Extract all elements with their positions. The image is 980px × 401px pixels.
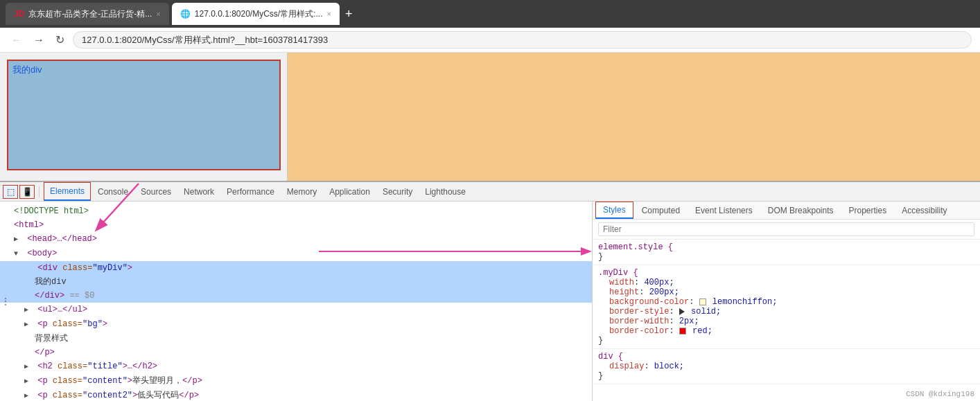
styles-tab-accessibility[interactable]: Accessibility (895, 202, 954, 219)
css-border-color: border-color: red; (598, 326, 974, 336)
border-style-triangle (679, 308, 685, 315)
border-color-swatch (679, 328, 686, 335)
dom-head[interactable]: ▶ <head>…</head> (0, 232, 592, 247)
div-selector: div { (598, 352, 974, 362)
forward-button[interactable]: → (30, 31, 47, 49)
dom-mydiv-open[interactable]: <div class="myDiv"> (0, 261, 592, 275)
p2-arrow: ▶ (24, 390, 33, 401)
watermark-text: CSDN @kdxing198 (906, 390, 974, 398)
p-class-attr: class= (53, 319, 82, 329)
dom-html[interactable]: <html> (0, 218, 592, 232)
preview-right (288, 53, 980, 181)
doctype-text: <!DOCTYPE html> (14, 206, 89, 216)
address-bar: ← → ↻ (0, 28, 980, 53)
p-class-value: "bg" (82, 319, 103, 329)
new-tab-button[interactable]: + (342, 4, 356, 24)
element-style-selector: element.style { (598, 242, 974, 252)
div-close-tag: </div> (35, 291, 64, 301)
tab-console[interactable]: Console (92, 182, 134, 201)
styles-tab-event-listeners[interactable]: Event Listeners (688, 202, 760, 219)
div-close: } (598, 371, 974, 381)
p2-close: </p> (179, 391, 199, 400)
my-div-inner-text: 我的div (35, 277, 67, 287)
p1-arrow: ▶ (24, 375, 33, 388)
devtools-panel: ⬚ 📱 Elements Console Sources Network Per… (0, 181, 980, 401)
tab-jd[interactable]: JD 京东超市-品类齐全-正品行货-精... × (6, 3, 169, 25)
p2-text: 低头写代码 (137, 391, 179, 400)
css-display: display: block; (598, 362, 974, 371)
device-icon: 📱 (22, 187, 33, 197)
tab-close-local[interactable]: × (327, 10, 331, 18)
tab-lighthouse[interactable]: Lighthouse (419, 182, 471, 201)
tab-performance[interactable]: Performance (221, 182, 280, 201)
styles-tab-dom-breakpoints[interactable]: DOM Breakpoints (761, 202, 841, 219)
body-tag: <body> (27, 249, 57, 258)
css-width: width: 400px; (598, 278, 974, 287)
dom-h2[interactable]: ▶ <h2 class="title">…</h2> (0, 359, 592, 374)
h2-tag: <h2 (37, 362, 58, 371)
tab-local-label: 127.0.0.1:8020/MyCss/常用样式:... (195, 8, 323, 20)
mydiv-close: } (598, 336, 974, 346)
tab-network[interactable]: Network (178, 182, 220, 201)
styles-tab-properties[interactable]: Properties (841, 202, 893, 219)
css-border-width: border-width: 2px; (598, 317, 974, 326)
styles-tab-computed[interactable]: Computed (635, 202, 687, 219)
p1-tag: <p (37, 376, 53, 386)
bg-text: 背景样式 (35, 334, 68, 344)
dom-p-close: </p> (0, 346, 592, 359)
mydiv-selector: .myDiv { (598, 268, 974, 278)
inspector-button[interactable]: ⬚ (3, 185, 18, 199)
my-div-text: 我的div (12, 64, 42, 76)
dom-p-content2[interactable]: ▶ <p class="content2">低头写代码</p> (0, 389, 592, 401)
refresh-button[interactable]: ↻ (53, 30, 67, 49)
my-div-element: 我的div (7, 60, 281, 170)
dom-options-icon[interactable]: ⋮ (1, 296, 10, 307)
dom-body-open[interactable]: ▼ <body> (0, 247, 592, 261)
css-rule-element-style: element.style { } (593, 240, 980, 265)
jd-icon: JD (14, 9, 24, 19)
html-tag: <html> (14, 220, 44, 230)
body-arrow: ▼ (14, 248, 22, 260)
devtools-toolbar: ⬚ 📱 Elements Console Sources Network Per… (0, 182, 980, 202)
filter-input[interactable] (598, 222, 974, 236)
dom-p-bg[interactable]: ▶ <p class="bg"> (0, 317, 592, 332)
dom-bg-text: 背景样式 (0, 332, 592, 346)
device-toolbar-button[interactable]: 📱 (19, 185, 35, 199)
p2-tag: <p (37, 391, 53, 400)
p2-class-attr: class= (53, 391, 82, 400)
address-input[interactable] (73, 31, 972, 48)
tab-bar: JD 京东超市-品类齐全-正品行货-精... × 🌐 127.0.0.1:802… (6, 3, 974, 25)
inspector-icon: ⬚ (7, 187, 15, 197)
dom-ul[interactable]: ▶ <ul>…</ul> (0, 303, 592, 317)
styles-tab-styles[interactable]: Styles (595, 202, 633, 219)
tab-security[interactable]: Security (377, 182, 418, 201)
head-arrow: ▶ (14, 233, 22, 246)
p1-class-attr: class= (53, 376, 82, 386)
p-close-tag: </p> (35, 348, 55, 357)
dom-mydiv-close: </div> == $0 (0, 289, 592, 303)
div-close-bracket: > (128, 263, 132, 273)
dom-panel[interactable]: ⋮ <!DOCTYPE html> <html> ▶ <head>…</head… (0, 202, 593, 401)
p-bg-arrow: ▶ (24, 319, 33, 331)
tab-memory[interactable]: Memory (281, 182, 322, 201)
tab-sources[interactable]: Sources (135, 182, 177, 201)
globe-icon: 🌐 (180, 9, 191, 19)
p1-close: </p> (182, 376, 202, 386)
class-attr: class= (62, 263, 92, 273)
ul-arrow: ▶ (24, 304, 33, 317)
h2-class-value: "title" (87, 362, 122, 371)
p1-text: 举头望明月， (132, 376, 182, 386)
css-height: height: 200px; (598, 287, 974, 297)
h2-arrow: ▶ (24, 361, 33, 373)
tab-close-jd[interactable]: × (156, 10, 160, 18)
back-button[interactable]: ← (8, 31, 25, 49)
browser-chrome: JD 京东超市-品类齐全-正品行货-精... × 🌐 127.0.0.1:802… (0, 0, 980, 28)
h2-class-attr: class= (58, 362, 87, 371)
tab-application[interactable]: Application (324, 182, 376, 201)
element-style-close: } (598, 252, 974, 262)
tab-elements[interactable]: Elements (44, 182, 91, 201)
css-border-style: border-style: solid; (598, 307, 974, 317)
devtools-main: ⋮ <!DOCTYPE html> <html> ▶ <head>…</head… (0, 202, 980, 401)
dom-p-content1[interactable]: ▶ <p class="content">举头望明月，</p> (0, 374, 592, 389)
tab-local[interactable]: 🌐 127.0.0.1:8020/MyCss/常用样式:... × (172, 3, 340, 25)
